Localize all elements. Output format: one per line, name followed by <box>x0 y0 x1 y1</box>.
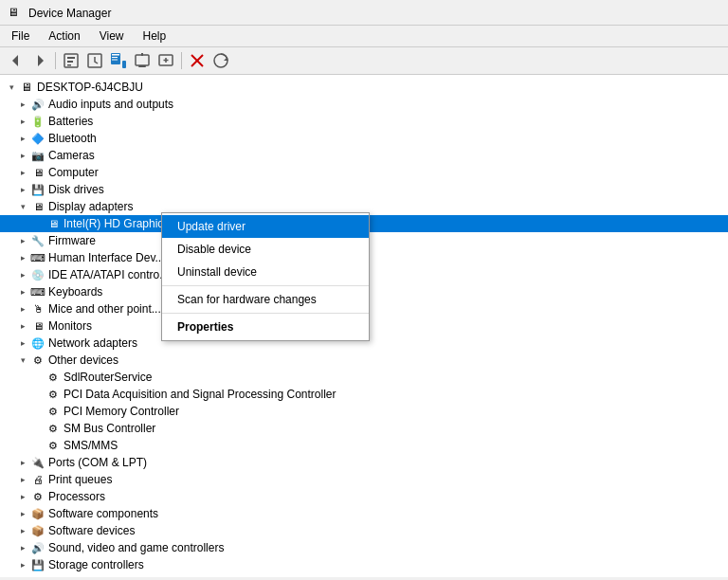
svg-rect-9 <box>112 57 118 58</box>
svg-rect-8 <box>112 54 119 56</box>
toolbar-properties[interactable] <box>61 50 82 71</box>
tree-smsmms[interactable]: ⚙ SMS/MMS <box>0 437 728 454</box>
ctx-uninstalldevice[interactable]: Uninstall device <box>162 261 369 283</box>
app-title: Device Manager <box>28 7 111 20</box>
tree-pcimemory[interactable]: ⚙ PCI Memory Controller <box>0 403 728 420</box>
tree-audio[interactable]: ▸ 🔊 Audio inputs and outputs <box>0 96 728 113</box>
toolbar-sep1 <box>55 52 56 69</box>
context-menu: Update driver Disable device Uninstall d… <box>161 212 370 341</box>
ctx-properties[interactable]: Properties <box>162 316 369 338</box>
tree-processors[interactable]: ▸ ⚙ Processors <box>0 488 728 505</box>
tree-sdlrouter[interactable]: ⚙ SdlRouterService <box>0 369 728 386</box>
menu-view[interactable]: View <box>92 27 132 45</box>
tree-systemdevices[interactable]: ▸ 🖥 System devices <box>0 573 728 577</box>
tree-smbus[interactable]: ⚙ SM Bus Controller <box>0 420 728 437</box>
tree-batteries[interactable]: ▸ 🔋 Batteries <box>0 113 728 130</box>
ctx-disabledevice[interactable]: Disable device <box>162 238 369 261</box>
tree-softwarecomponents[interactable]: ▸ 📦 Software components <box>0 505 728 522</box>
root-icon: 🖥 <box>19 80 34 95</box>
toolbar-back[interactable] <box>6 50 27 71</box>
toolbar-refresh[interactable] <box>210 50 231 71</box>
root-expand: ▾ <box>4 82 19 92</box>
tree-computer[interactable]: ▸ 🖥 Computer <box>0 164 728 181</box>
tree-diskdrives[interactable]: ▸ 💾 Disk drives <box>0 181 728 198</box>
tree-otherdevices[interactable]: ▾ ⚙ Other devices <box>0 352 728 369</box>
toolbar-info[interactable] <box>108 50 129 71</box>
root-label: DESKTOP-6J4CBJU <box>37 81 143 94</box>
tree-printqueues[interactable]: ▸ 🖨 Print queues <box>0 471 728 488</box>
toolbar-scan[interactable] <box>132 50 153 71</box>
toolbar-update[interactable] <box>84 50 105 71</box>
device-tree[interactable]: ▾ 🖥 DESKTOP-6J4CBJU ▸ 🔊 Audio inputs and… <box>0 75 728 577</box>
svg-rect-4 <box>67 61 73 63</box>
tree-storagecontrollers[interactable]: ▸ 💾 Storage controllers <box>0 556 728 573</box>
toolbar-delete[interactable] <box>187 50 208 71</box>
menu-help[interactable]: Help <box>136 27 174 45</box>
ctx-sep1 <box>162 285 369 286</box>
tree-bluetooth[interactable]: ▸ 🔷 Bluetooth <box>0 130 728 147</box>
svg-marker-0 <box>12 55 18 66</box>
svg-rect-11 <box>122 61 126 68</box>
ctx-updatedriver[interactable]: Update driver <box>162 215 369 238</box>
svg-marker-1 <box>38 55 44 66</box>
toolbar <box>0 47 728 75</box>
svg-rect-5 <box>67 64 71 66</box>
svg-rect-3 <box>67 57 75 59</box>
svg-rect-10 <box>112 60 118 61</box>
toolbar-forward[interactable] <box>29 50 50 71</box>
menu-action[interactable]: Action <box>41 27 87 45</box>
tree-cameras[interactable]: ▸ 📷 Cameras <box>0 147 728 164</box>
menu-file[interactable]: File <box>4 27 37 45</box>
toolbar-add[interactable] <box>155 50 176 71</box>
tree-root[interactable]: ▾ 🖥 DESKTOP-6J4CBJU <box>0 79 728 96</box>
title-bar: 🖥 Device Manager <box>0 0 728 26</box>
tree-softwaredevices[interactable]: ▸ 📦 Software devices <box>0 522 728 539</box>
app-icon: 🖥 <box>8 6 23 21</box>
toolbar-sep2 <box>181 52 182 69</box>
tree-pcidataacq[interactable]: ⚙ PCI Data Acquisition and Signal Proces… <box>0 386 728 403</box>
svg-rect-14 <box>141 53 143 56</box>
svg-rect-12 <box>136 55 149 65</box>
ctx-sep2 <box>162 313 369 314</box>
menu-bar: File Action View Help <box>0 26 728 47</box>
ctx-scanhardware[interactable]: Scan for hardware changes <box>162 288 369 311</box>
tree-ports[interactable]: ▸ 🔌 Ports (COM & LPT) <box>0 454 728 471</box>
tree-soundvideo[interactable]: ▸ 🔊 Sound, video and game controllers <box>0 539 728 556</box>
svg-rect-13 <box>138 65 146 67</box>
